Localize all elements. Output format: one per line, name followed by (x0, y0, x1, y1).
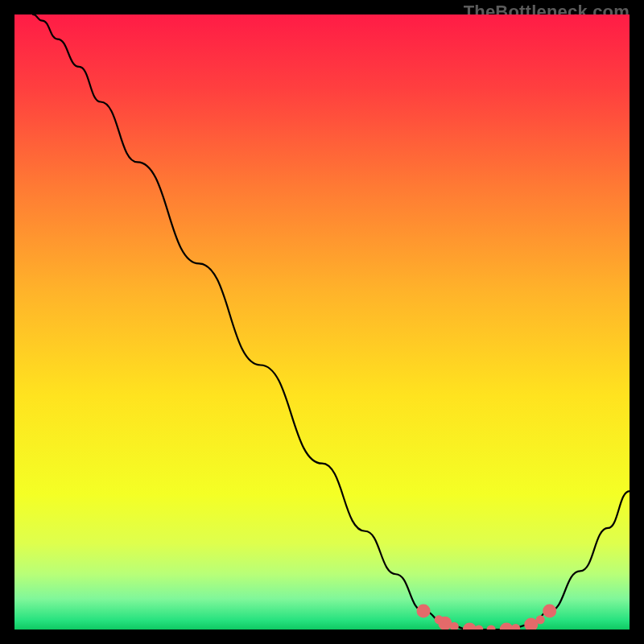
svg-point-6 (435, 615, 444, 624)
chart-svg (14, 14, 630, 630)
chart-frame: TheBottleneck.com (0, 0, 644, 644)
chart-plot-area (14, 14, 630, 630)
svg-point-0 (417, 605, 431, 618)
svg-point-5 (543, 605, 556, 618)
chart-background (14, 14, 630, 630)
svg-point-11 (536, 615, 545, 624)
